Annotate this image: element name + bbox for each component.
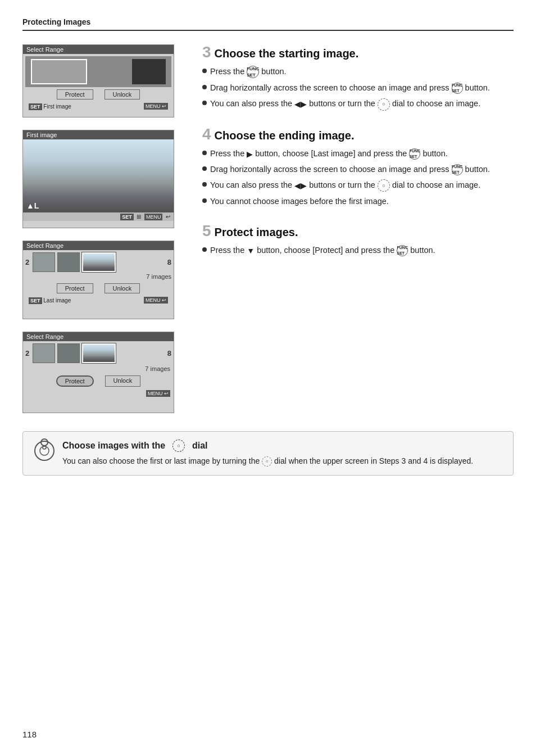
step-5-bullets: Press the ▼ button, choose [Protect] and… (202, 245, 514, 256)
bullet-dot (202, 182, 207, 187)
screen3-thumb-1 (33, 252, 55, 272)
screen1-unlock-btn: Unlock (105, 89, 140, 99)
step-4-title: Choose the ending image. (215, 129, 355, 142)
screen3-thumb-2 (57, 252, 80, 272)
screen-block-3: Select Range 2 8 7 images (22, 241, 185, 319)
screen3-protect-btn: Protect (57, 283, 93, 293)
func-icon-inline: FUNCSET (452, 83, 463, 94)
bullet-3-2-text: Drag horizontally across the screen to c… (210, 82, 490, 94)
step-5-num: 5 (202, 223, 211, 239)
bullet-dot (202, 101, 207, 105)
screen4-thumb-1 (33, 343, 55, 363)
screen3-buttons: Protect Unlock (25, 281, 171, 296)
screen1-inner: Protect Unlock SET First image MENU ↩ (23, 54, 174, 113)
screen3-bottom: SET Last image MENU ↩ (25, 296, 171, 305)
tip-text-dial-icon: ○ (262, 456, 272, 467)
step-4-section: 4 Choose the ending image. Press the ▶ b… (202, 126, 514, 208)
bullet-dot (202, 151, 207, 155)
step-3-num: 3 (202, 44, 211, 60)
screen-mock-3: Select Range 2 8 7 images (22, 241, 174, 319)
screen-block-4: Select Range 2 8 7 images Protect Unlo (22, 332, 185, 413)
screen2-image: ▲L (23, 139, 174, 212)
screen2-icon: ▲L (26, 201, 39, 210)
screen2-set-label: SET ⊞ MENU ↩ (120, 214, 170, 220)
screen4-count: 7 images (23, 365, 174, 373)
screen4-thumb-last (82, 343, 116, 363)
screen4-num2: 8 (167, 349, 171, 357)
step-4-num: 4 (202, 126, 211, 142)
screen3-top: 2 8 (25, 252, 171, 272)
tip-dial-inline: ○ (168, 440, 190, 452)
tip-icon (33, 440, 56, 462)
arrow-down-icon: ▼ (247, 246, 255, 255)
screen1-protect-btn: Protect (57, 89, 93, 99)
screen4-menu-badge: MENU ↩ (146, 390, 170, 397)
screen4-bottom: MENU ↩ (23, 389, 174, 398)
arrow-right-icon: ▶ (247, 150, 253, 159)
bullet-4-3-text: You can also press the ◀▶ buttons or tur… (210, 179, 480, 192)
screen3-num2: 8 (167, 258, 171, 266)
step-5-title: Protect images. (215, 226, 298, 239)
screen3-count: 7 images (25, 272, 171, 281)
svg-point-0 (40, 446, 49, 455)
bullet-4-1-text: Press the ▶ button, choose [Last image] … (210, 148, 448, 160)
tip-body: Choose images with the ○ dial You can al… (62, 440, 503, 467)
screen3-num: 2 (25, 258, 29, 266)
screen4-unlock-btn: Unlock (105, 375, 141, 387)
tip-box: Choose images with the ○ dial You can al… (22, 431, 514, 476)
func-icon-inline: FUNCSET (452, 164, 463, 175)
step-3-bullets: Press the FUNCSET button. Drag horizonta… (202, 66, 514, 111)
screen1-buttons: Protect Unlock (25, 87, 171, 102)
screen1-preview (25, 56, 171, 87)
bullet-4-3: You can also press the ◀▶ buttons or tur… (202, 179, 514, 192)
bullet-dot (202, 85, 207, 89)
screen4-title: Select Range (23, 332, 174, 341)
screen1-bottom: SET First image MENU ↩ (25, 102, 171, 111)
bullet-3-3-text: You can also press the ◀▶ buttons or tur… (210, 98, 480, 110)
func-icon-inline: FUNCSET (397, 245, 408, 256)
screen1-set-badge: SET (29, 103, 42, 110)
screen-mock-4: Select Range 2 8 7 images Protect Unlo (22, 332, 174, 413)
bullet-5-1-text: Press the ▼ button, choose [Protect] and… (210, 245, 435, 256)
page-header-title: Protecting Images (22, 17, 90, 26)
bullet-dot (202, 166, 207, 171)
step-3-section: 3 Choose the starting image. Press the F… (202, 44, 514, 111)
screen3-menu-badge: MENU ↩ (144, 297, 168, 304)
screen4-thumb-2 (57, 343, 80, 363)
screen3-unlock-btn: Unlock (105, 283, 140, 293)
screen2-set-badge: SET (120, 214, 134, 220)
left-column: Select Range Protect Unlock SET (22, 44, 185, 425)
screen-mock-2: First image ▲L SET ⊞ MENU ↩ (22, 130, 174, 228)
screen2-bottom: SET ⊞ MENU ↩ (23, 212, 174, 221)
arrow-lr-icon: ◀▶ (294, 181, 307, 190)
page-header: Protecting Images (22, 17, 514, 31)
bullet-4-4: You cannot choose images before the firs… (202, 196, 514, 207)
screen2-menu-badge: MENU (144, 214, 163, 220)
bullet-3-1: Press the FUNCSET button. (202, 66, 514, 78)
tip-text: You can also choose the first or last im… (62, 455, 503, 467)
screen1-menu-badge: MENU ↩ (144, 103, 168, 110)
bullet-4-2-text: Drag horizontally across the screen to c… (210, 164, 490, 175)
screen-block-2: First image ▲L SET ⊞ MENU ↩ (22, 130, 185, 228)
screen3-img-strip (33, 252, 164, 272)
bullet-dot (202, 247, 207, 252)
dial-icon: ○ (378, 179, 390, 192)
dial-icon: ○ (378, 98, 390, 111)
step-5-header: 5 Protect images. (202, 223, 514, 239)
screen3-set-label: SET Last image (29, 297, 71, 304)
screen3-set-badge: SET (29, 297, 42, 304)
screen1-set-label: SET First image (29, 103, 71, 110)
main-layout: Select Range Protect Unlock SET (22, 44, 514, 425)
screen4-num: 2 (25, 349, 29, 357)
screen2-title: First image (23, 130, 174, 139)
step-3-header: 3 Choose the starting image. (202, 44, 514, 60)
page-container: Protecting Images Select Range Protect (0, 0, 536, 498)
right-column: 3 Choose the starting image. Press the F… (202, 44, 514, 425)
screen3-thumb-last (82, 252, 116, 272)
bullet-4-2: Drag horizontally across the screen to c… (202, 164, 514, 175)
bullet-4-1: Press the ▶ button, choose [Last image] … (202, 148, 514, 160)
step-4-header: 4 Choose the ending image. (202, 126, 514, 142)
func-icon: FUNCSET (247, 66, 259, 78)
screen4-top: 2 8 (23, 341, 174, 365)
screen1-dark (132, 59, 166, 84)
